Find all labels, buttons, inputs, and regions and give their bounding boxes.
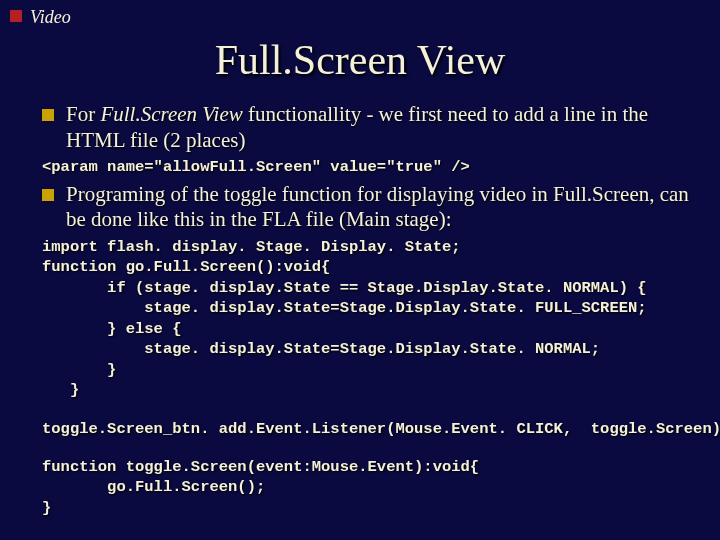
bullet-text: For Full.Screen View functionallity - we… bbox=[66, 102, 690, 153]
page-title: Full.Screen View bbox=[0, 36, 720, 84]
emphasis-text: Full.Screen View bbox=[100, 102, 242, 126]
text: For bbox=[66, 102, 100, 126]
slide: Video Full.Screen View For Full.Screen V… bbox=[0, 0, 720, 540]
code-block: import flash. display. Stage. Display. S… bbox=[42, 237, 690, 401]
square-bullet-icon bbox=[42, 189, 54, 201]
bullet-item: Programing of the toggle function for di… bbox=[42, 182, 690, 233]
code-block: toggle.Screen_btn. add.Event.Listener(Mo… bbox=[42, 419, 690, 439]
bullet-text: Programing of the toggle function for di… bbox=[66, 182, 690, 233]
breadcrumb-label: Video bbox=[30, 7, 71, 28]
bullet-item: For Full.Screen View functionallity - we… bbox=[42, 102, 690, 153]
breadcrumb: Video bbox=[10, 7, 720, 28]
code-block: <param name="allowFull.Screen" value="tr… bbox=[42, 157, 690, 177]
square-bullet-icon bbox=[10, 10, 22, 22]
text: Programing of the toggle function for di… bbox=[66, 182, 689, 232]
body: For Full.Screen View functionallity - we… bbox=[0, 102, 720, 518]
code-block: function toggle.Screen(event:Mouse.Event… bbox=[42, 457, 690, 518]
square-bullet-icon bbox=[42, 109, 54, 121]
